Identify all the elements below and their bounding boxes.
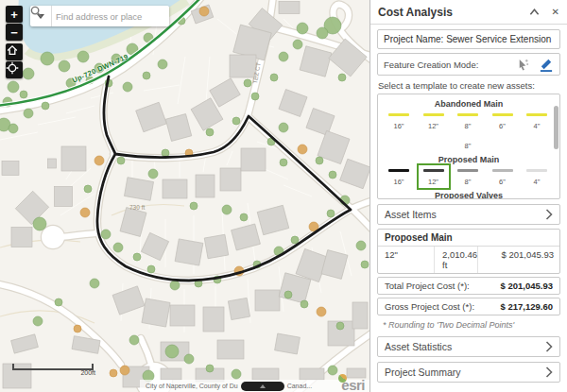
- accordion-asset-statistics[interactable]: Asset Statistics: [377, 336, 560, 357]
- tree: [222, 205, 232, 214]
- locate-button[interactable]: [6, 61, 23, 78]
- tree: [33, 316, 43, 326]
- template-item[interactable]: 16": [386, 167, 412, 186]
- tree: [24, 109, 33, 118]
- scrollbar-thumb[interactable]: [554, 106, 558, 149]
- table-row: 12" 2,010.46 ft $ 201,045.93: [378, 247, 559, 273]
- template-swatch: [526, 113, 547, 116]
- esri-logo: esri: [341, 377, 365, 392]
- feature-mode-label: Feature Creation Mode:: [384, 60, 478, 70]
- template-label: 4": [524, 178, 550, 186]
- collapse-icon[interactable]: [529, 8, 540, 16]
- template-item-selected[interactable]: 12": [421, 167, 447, 186]
- template-label: 8": [455, 178, 481, 186]
- tree: [317, 27, 328, 39]
- tree: [327, 210, 335, 217]
- house-footprint: [136, 102, 167, 131]
- chevron-right-icon: [545, 341, 553, 352]
- template-group-heading: Proposed Main: [378, 155, 559, 164]
- house-footprint: [161, 368, 181, 380]
- accordion-asset-items[interactable]: Asset Items: [377, 204, 560, 225]
- template-item[interactable]: 8": [455, 167, 481, 186]
- results-table: Proposed Main 12" 2,010.46 ft $ 201,045.…: [377, 229, 560, 274]
- home-button[interactable]: [6, 43, 23, 60]
- tree: [77, 51, 89, 62]
- tree: [143, 72, 150, 79]
- template-item[interactable]: 6": [490, 111, 516, 130]
- house-footprint: [352, 302, 368, 329]
- gross-cost-label: Gross Project Cost (*):: [385, 301, 474, 312]
- tree: [284, 291, 292, 298]
- template-swatch: [526, 169, 547, 172]
- house-footprint: [141, 232, 168, 260]
- tree: [59, 60, 70, 72]
- template-label: 8": [455, 142, 481, 150]
- map-canvas[interactable]: Up-720 DWN-719 TEZ CT 730 ft 200ft City …: [0, 0, 369, 392]
- attribution-widget[interactable]: [241, 382, 284, 391]
- house-footprint: [340, 159, 369, 188]
- panel-title: Cost Analysis: [378, 6, 529, 19]
- tree: [206, 365, 214, 372]
- panel-body: Project Name: Sewer Service Extension Fe…: [370, 25, 567, 392]
- template-swatch: [388, 113, 409, 116]
- total-cost-label: Total Project Cost (*):: [385, 281, 470, 291]
- attribution-text-left: City of Naperville, County of Du: [146, 383, 238, 389]
- tree: [336, 322, 344, 330]
- accordion-label: Project Summary: [385, 366, 461, 378]
- draw-mode-icon[interactable]: [539, 57, 554, 72]
- template-item[interactable]: 8": [455, 131, 481, 150]
- tree: [356, 241, 366, 250]
- template-item[interactable]: 4": [524, 167, 550, 186]
- zoom-out-button[interactable]: −: [6, 24, 23, 41]
- zoom-in-button[interactable]: +: [6, 6, 23, 23]
- tree: [42, 102, 49, 110]
- total-cost-value: $ 201,045.93: [501, 281, 553, 291]
- template-label: 16": [386, 178, 412, 186]
- accordion-project-summary[interactable]: Project Summary: [377, 362, 560, 383]
- house-footprint: [175, 239, 203, 265]
- tree: [270, 74, 278, 81]
- template-item[interactable]: 8": [455, 111, 481, 130]
- house-footprint: [170, 305, 195, 326]
- tree: [297, 23, 308, 34]
- home-icon: [6, 43, 19, 57]
- template-swatch: [492, 113, 513, 116]
- house-footprint: [257, 205, 289, 234]
- house-footprint: [300, 46, 332, 77]
- caret-up-icon: [260, 384, 266, 388]
- search-input[interactable]: [52, 11, 163, 22]
- tree: [147, 265, 155, 273]
- tree: [184, 354, 194, 364]
- smart-mode-icon[interactable]: [516, 58, 530, 72]
- house-footprint: [55, 187, 73, 207]
- tree: [20, 91, 27, 98]
- tree: [55, 298, 62, 306]
- rounding-note: * Rounding to 'Two Decimal Points': [377, 318, 560, 332]
- tree: [90, 279, 99, 288]
- tree: [329, 171, 336, 179]
- house-footprint: [252, 368, 279, 380]
- house-footprint: [220, 168, 241, 191]
- locate-icon: [6, 61, 19, 75]
- tree: [291, 236, 299, 244]
- house-footprint: [217, 340, 244, 359]
- scale-label: 200ft: [80, 369, 95, 376]
- asset-size: 12": [378, 247, 435, 273]
- tree: [94, 63, 104, 73]
- template-gallery: Abandoned Main16"12"8"6"4"8"Proposed Mai…: [377, 94, 560, 199]
- tree: [117, 157, 125, 164]
- template-item[interactable]: 4": [524, 111, 550, 130]
- template-item[interactable]: 12": [421, 111, 447, 130]
- house-footprint: [142, 298, 170, 327]
- asset-length: 2,010.46 ft: [435, 247, 478, 273]
- template-swatch: [423, 113, 444, 116]
- template-item[interactable]: 6": [490, 167, 516, 186]
- tree: [133, 253, 141, 261]
- asset-cost: $ 201,045.93: [478, 247, 560, 273]
- house-footprint: [228, 298, 249, 319]
- close-icon[interactable]: ✕: [552, 7, 559, 17]
- tree: [74, 325, 81, 332]
- project-name: Project Name: Sewer Service Extension: [377, 29, 560, 49]
- house-footprint: [196, 175, 215, 197]
- template-item[interactable]: 16": [386, 111, 412, 130]
